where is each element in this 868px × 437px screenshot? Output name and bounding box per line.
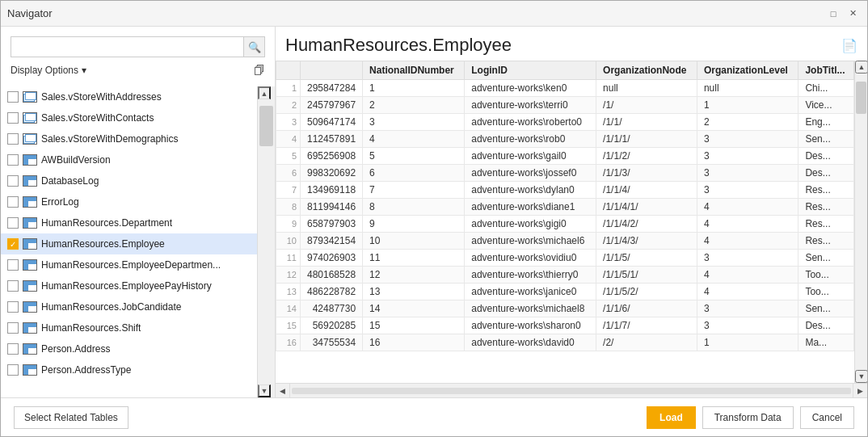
table-cell: 658797903: [301, 216, 363, 233]
table-cell: 3: [697, 131, 798, 148]
table-cell: 34755534: [301, 334, 363, 351]
table-scroll-down-button[interactable]: ▼: [855, 370, 867, 383]
table-cell: Sen...: [798, 250, 854, 267]
horiz-scroll-right-button[interactable]: ▶: [853, 384, 867, 398]
refresh-button[interactable]: 🗍: [254, 64, 265, 77]
table-cell: 15: [276, 317, 301, 334]
table-row: 144248773014adventure-works\michael8/1/1…: [276, 300, 854, 317]
table-row: 1348622878213adventure-works\janice0/1/1…: [276, 284, 854, 300]
table-icon: [22, 321, 38, 334]
tree-item-checkbox[interactable]: [7, 91, 19, 103]
tree-item[interactable]: Sales.vStoreWithAddresses: [1, 86, 257, 107]
tree-item[interactable]: HumanResources.JobCandidate: [1, 296, 257, 317]
title-bar: Navigator □ ✕: [1, 1, 867, 27]
minimize-button[interactable]: □: [825, 6, 841, 22]
table-cell: 3: [697, 300, 798, 317]
table-cell: 7: [276, 182, 301, 199]
table-cell: 879342154: [301, 233, 363, 250]
tree-item-label: AWBuildVersion: [41, 154, 111, 166]
table-row: 163475553416adventure-works\david0/2/1Ma…: [276, 334, 854, 351]
table-cell: 3: [697, 165, 798, 182]
tree-item[interactable]: HumanResources.Shift: [1, 317, 257, 338]
table-cell: null: [697, 80, 798, 97]
table-cell: /1/1/: [596, 114, 697, 131]
select-related-tables-button[interactable]: Select Related Tables: [14, 406, 129, 429]
table-cell: /1/1/4/3/: [596, 233, 697, 250]
tree-item-label: HumanResources.Department: [41, 217, 172, 229]
table-cell: 4: [697, 216, 798, 233]
scroll-down-button[interactable]: ▼: [258, 384, 271, 397]
data-table-container: NationalIDNumberLoginIDOrganizationNodeO…: [276, 61, 854, 383]
table-cell: 245797967: [301, 97, 363, 114]
horiz-scroll-left-button[interactable]: ◀: [276, 384, 290, 398]
tree-item-checkbox[interactable]: [7, 175, 19, 187]
table-cell: 6: [363, 165, 465, 182]
tree-item-checkbox[interactable]: [7, 322, 19, 334]
load-button[interactable]: Load: [647, 406, 696, 429]
tree-item-checkbox[interactable]: [7, 364, 19, 376]
tree-item-checkbox[interactable]: [7, 280, 19, 292]
display-options-row: Display Options ▾ 🗍: [11, 64, 265, 80]
tree-item[interactable]: HumanResources.Department: [1, 212, 257, 233]
tree-item[interactable]: HumanResources.EmployeeDepartmen...: [1, 254, 257, 275]
data-table: NationalIDNumberLoginIDOrganizationNodeO…: [276, 61, 854, 351]
table-scroll-up-button[interactable]: ▲: [855, 61, 867, 74]
content-area: 🔍 Display Options ▾ 🗍 Sales.vStoreWithAd…: [1, 27, 867, 397]
tree-item[interactable]: AWBuildVersion: [1, 149, 257, 170]
search-input[interactable]: [11, 37, 243, 57]
table-icon: [22, 195, 38, 208]
tree-item[interactable]: Person.AddressType: [1, 359, 257, 380]
tree-item-checkbox[interactable]: [7, 343, 19, 355]
table-icon: [22, 279, 38, 292]
table-cell: 56920285: [301, 317, 363, 334]
tree-item-label: HumanResources.Shift: [41, 322, 141, 334]
tree-item-checkbox[interactable]: [7, 259, 19, 271]
table-cell: 8: [363, 199, 465, 216]
table-cell: 16: [363, 334, 465, 351]
tree-item-checkbox[interactable]: [7, 133, 19, 145]
tree-item[interactable]: ErrorLog: [1, 191, 257, 212]
table-icon: [22, 300, 38, 313]
tree-item[interactable]: DatabaseLog: [1, 170, 257, 191]
table-row: 1087934215410adventure-works\michael6/1/…: [276, 233, 854, 250]
table-cell: adventure-works\gail0: [465, 148, 596, 165]
table-cell: adventure-works\thierry0: [465, 267, 596, 284]
display-options-button[interactable]: Display Options ▾: [11, 65, 86, 76]
table-cell: 13: [276, 284, 301, 300]
tree-item-checkbox[interactable]: [7, 217, 19, 229]
table-cell: adventure-works\michael6: [465, 233, 596, 250]
table-cell: 9: [276, 216, 301, 233]
table-icon: [22, 258, 38, 271]
tree-item-checkbox[interactable]: [7, 154, 19, 166]
table-row: 1197402690311adventure-works\ovidiu0/1/1…: [276, 250, 854, 267]
tree-item-checkbox[interactable]: [7, 112, 19, 124]
table-cell: 15: [363, 317, 465, 334]
table-cell: 9: [363, 216, 465, 233]
transform-data-button[interactable]: Transform Data: [702, 406, 794, 429]
tree-item-checkbox[interactable]: [7, 196, 19, 208]
table-cell: 4: [697, 284, 798, 300]
table-icon: [22, 216, 38, 229]
table-cell: 134969118: [301, 182, 363, 199]
table-cell: 3: [697, 317, 798, 334]
maximize-button[interactable]: ✕: [845, 6, 861, 22]
table-cell: adventure-works\david0: [465, 334, 596, 351]
table-cell: Des...: [798, 317, 854, 334]
tree-item[interactable]: Person.Address: [1, 338, 257, 359]
tree-item[interactable]: Sales.vStoreWithContacts: [1, 107, 257, 128]
window-controls: □ ✕: [825, 6, 861, 22]
cancel-button[interactable]: Cancel: [800, 406, 854, 429]
tree-item[interactable]: HumanResources.EmployeePayHistory: [1, 275, 257, 296]
search-button[interactable]: 🔍: [243, 37, 264, 57]
scroll-up-button[interactable]: ▲: [258, 86, 271, 99]
tree-item-checkbox[interactable]: ✓: [7, 238, 19, 250]
table-icon: [22, 363, 38, 376]
tree-item[interactable]: ✓HumanResources.Employee: [1, 233, 257, 254]
data-icon-button[interactable]: 📄: [841, 38, 857, 53]
table-column-header: JobTitl...: [798, 61, 854, 80]
tree-item[interactable]: Sales.vStoreWithDemographics: [1, 128, 257, 149]
tree-item-checkbox[interactable]: [7, 301, 19, 313]
table-cell: 4: [697, 267, 798, 284]
table-cell: 3: [697, 148, 798, 165]
table-row: 35096471743adventure-works\roberto0/1/1/…: [276, 114, 854, 131]
